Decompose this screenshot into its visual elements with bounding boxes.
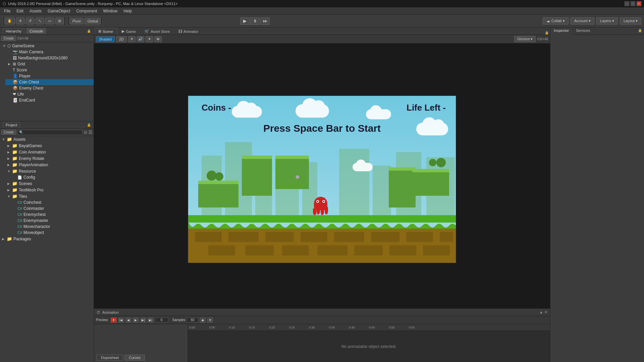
project-textmesh-pro[interactable]: ▶ 📁 TextMesh Pro — [5, 187, 94, 193]
move-tool[interactable]: ✛ — [16, 17, 25, 24]
project-enemymaster[interactable]: C# Enemymaster — [11, 218, 94, 224]
anim-prev-frame[interactable]: ◀ — [125, 317, 131, 323]
hierarchy-panel: Hierarchy Console 🔒 Create Ctrl+All ▼ ⬡ … — [0, 27, 94, 121]
project-bayatgames[interactable]: ▶ 📁 BayatGames — [5, 142, 94, 149]
curves-tab[interactable]: Curves — [124, 355, 145, 361]
2d-button[interactable]: 2D — [116, 36, 127, 42]
center-panel-lock[interactable]: 🔒 — [545, 31, 549, 35]
tab-asset-store[interactable]: 🛒 Asset Store — [140, 28, 174, 35]
project-movecharactor[interactable]: C# Movecharactor — [11, 224, 94, 230]
anim-goto-start[interactable]: |◀ — [118, 317, 124, 323]
ground-green — [188, 215, 456, 223]
menu-component[interactable]: Component — [73, 8, 100, 14]
hierarchy-background[interactable]: 🖼 NewBackground1920x1080 — [5, 55, 94, 61]
console-tab[interactable]: Console — [26, 28, 46, 34]
scale-tool[interactable]: ⤡ — [35, 17, 44, 24]
anim-play[interactable]: ▶ — [133, 317, 139, 323]
pause-button[interactable]: ⏸ — [250, 17, 260, 25]
project-lock-icon[interactable]: 🔒 — [87, 123, 91, 127]
menu-edit[interactable]: Edit — [14, 8, 26, 14]
anim-next-frame[interactable]: ▶| — [140, 317, 146, 323]
project-assets-folder[interactable]: ▼ 📁 Assets — [0, 136, 94, 142]
shaded-button[interactable]: Shaded — [96, 36, 115, 42]
tab-scene[interactable]: ⊞ Scene — [94, 28, 117, 35]
inspector-tab[interactable]: Inspector — [550, 27, 573, 35]
account-button[interactable]: Account ▾ — [571, 17, 594, 24]
rect-tool[interactable]: ▭ — [45, 17, 54, 24]
project-search-input[interactable] — [23, 130, 81, 134]
hierarchy-player[interactable]: 👤 Player — [5, 73, 94, 79]
pivot-button[interactable]: Pivot — [69, 18, 84, 24]
hand-tool[interactable]: ✋ — [4, 17, 15, 24]
project-moveobject[interactable]: C# Moveobject — [11, 230, 94, 236]
project-coinchest[interactable]: C# Coinchest — [11, 199, 94, 205]
minimize-button[interactable]: ─ — [625, 1, 629, 6]
project-create-button[interactable]: Create — [1, 130, 16, 135]
timeline-mark-4: 0:20 — [269, 326, 275, 329]
hierarchy-tab[interactable]: Hierarchy — [3, 28, 24, 34]
platform-right2 — [412, 169, 449, 196]
menu-assets[interactable]: Assets — [27, 8, 44, 14]
hierarchy-life[interactable]: ❤ Life — [5, 91, 94, 97]
anim-add-event[interactable]: ▼ — [207, 317, 213, 323]
audio-button[interactable]: 🔊 — [137, 36, 144, 42]
services-tab[interactable]: Services — [573, 27, 594, 35]
cloud-3 — [366, 109, 391, 119]
anim-time-input[interactable]: 0 — [155, 317, 168, 322]
close-button[interactable]: ✕ — [637, 1, 641, 6]
hierarchy-score[interactable]: T Score — [5, 67, 94, 73]
project-enemychest[interactable]: C# Enemychest — [11, 212, 94, 218]
maximize-button[interactable]: □ — [631, 1, 635, 6]
inspector-lock-icon[interactable]: 🔒 — [636, 27, 644, 35]
play-button[interactable]: ▶ — [240, 17, 250, 25]
project-search-bar: 🔍 — [17, 130, 83, 135]
dopesheet-tab[interactable]: Dopesheet — [97, 355, 123, 361]
layout-button[interactable]: Layout ▾ — [620, 17, 641, 24]
anim-add-keyframe[interactable]: ◆ — [200, 317, 206, 323]
timeline-mark-8: 0:40 — [349, 326, 355, 329]
project-enemy-rotate[interactable]: ▶ 📁 Enemy Rotate — [5, 155, 94, 162]
cloud-2 — [296, 104, 329, 118]
platform-mid1 — [242, 156, 272, 196]
toolbar: ✋ ✛ ↺ ⤡ ▭ ⊞ Pivot Global ▶ ⏸ ⏭ ☁ Collab … — [0, 15, 644, 27]
hierarchy-main-camera[interactable]: 📷 Main Camera — [5, 49, 94, 55]
project-filter-icon[interactable]: ☰ — [89, 130, 92, 135]
anim-panel-close[interactable]: ✕ — [544, 310, 547, 314]
samples-value[interactable]: 60 — [186, 317, 198, 322]
global-button[interactable]: Global — [84, 18, 101, 24]
project-browse-icon[interactable]: ⊙ — [84, 130, 87, 135]
hierarchy-grid[interactable]: ▶ ⊞ Grid — [5, 61, 94, 67]
layers-button[interactable]: Layers ▾ — [596, 17, 618, 24]
hierarchy-enemy-chest[interactable]: 📦 Enemy Chest — [5, 85, 94, 91]
menu-help[interactable]: Help — [121, 8, 135, 14]
project-player-animation[interactable]: ▶ 📁 PlayerAnimation — [5, 162, 94, 168]
menu-gameobject[interactable]: GameObject — [45, 8, 73, 14]
tab-animator[interactable]: 🎞 Animator — [174, 28, 203, 35]
menu-window[interactable]: Window — [100, 8, 120, 14]
hidden-objects-button[interactable]: 👁 — [154, 36, 162, 42]
multi-tool[interactable]: ⊞ — [55, 17, 64, 24]
step-button[interactable]: ⏭ — [260, 17, 270, 25]
record-button[interactable]: ● — [111, 317, 117, 323]
hierarchy-gamescene[interactable]: ▼ ⬡ GameScene — [0, 43, 94, 49]
project-config[interactable]: 📄 Config — [11, 174, 94, 180]
gizmos-button[interactable]: Gizmos ▾ — [514, 36, 536, 42]
hierarchy-coin-chest[interactable]: 📦 Coin Chest — [5, 79, 94, 85]
hierarchy-endcard[interactable]: 🃏 EndCard — [5, 97, 94, 103]
project-tab[interactable]: Project — [3, 122, 20, 128]
hierarchy-create-button[interactable]: Create — [1, 36, 16, 41]
project-coin-animation[interactable]: ▶ 📁 Coin Animation — [5, 149, 94, 155]
project-scenes[interactable]: ▶ 📁 Scenes — [5, 180, 94, 187]
collab-button[interactable]: ☁ Collab ▾ — [543, 17, 569, 24]
project-packages[interactable]: ▶ 📁 Packages — [0, 236, 94, 242]
anim-goto-end[interactable]: ▶| — [148, 317, 154, 323]
lights-button[interactable]: ☀ — [128, 36, 136, 42]
project-resource[interactable]: ▼ 📁 Resource — [5, 168, 94, 174]
menu-file[interactable]: File — [1, 8, 13, 14]
effects-button[interactable]: ✦ — [146, 36, 153, 42]
anim-panel-expand[interactable]: ▲ — [539, 310, 543, 314]
rotate-tool[interactable]: ↺ — [25, 17, 35, 24]
project-tiles[interactable]: ▼ 📁 Tiles — [5, 193, 94, 199]
project-coinmaster[interactable]: C# Coinmaster — [11, 205, 94, 212]
tab-game[interactable]: ▶ Game — [117, 28, 140, 35]
